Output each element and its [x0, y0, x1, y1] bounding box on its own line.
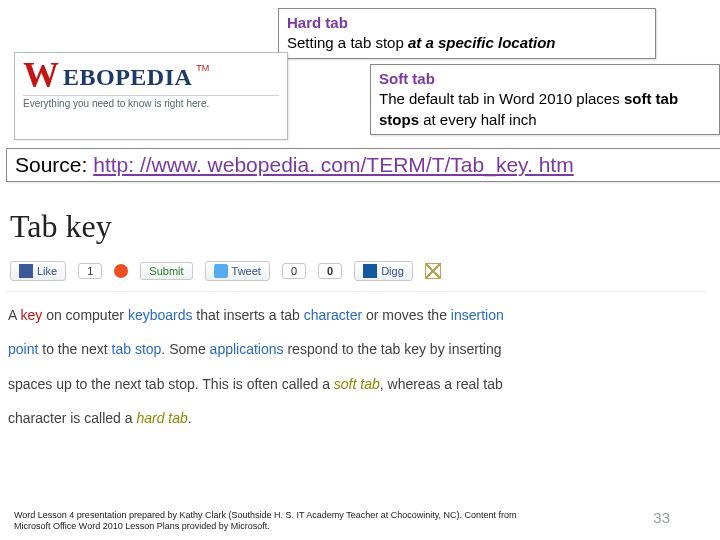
slide-number: 33 — [653, 509, 670, 526]
logo-tagline: Everything you need to know is right her… — [23, 95, 279, 109]
source-label: Source: — [15, 153, 93, 176]
digg-label: Digg — [381, 265, 404, 277]
kw-character: character — [304, 307, 362, 323]
email-icon[interactable] — [425, 263, 441, 279]
definition-text: A key on computer keyboards that inserts… — [8, 298, 704, 435]
facebook-icon — [19, 264, 33, 278]
text-emphasis: at a specific location — [408, 34, 556, 51]
t: A — [8, 307, 20, 323]
callout-hard-tab: Hard tab Setting a tab stop at a specifi… — [278, 8, 656, 59]
text: at every half inch — [419, 111, 537, 128]
t: spaces up to the next tab stop. This is … — [8, 376, 334, 392]
digg-count: 0 — [318, 263, 342, 279]
t: , whereas a real tab — [380, 376, 503, 392]
share-row: Like 1 Submit Tweet 0 0 Digg — [6, 257, 706, 292]
t: respond to the tab key by inserting — [284, 341, 502, 357]
logo-trademark: TM — [196, 63, 209, 73]
text: Setting a tab stop — [287, 34, 408, 51]
callout-hard-title: Hard tab — [287, 13, 647, 33]
t: . Some — [161, 341, 209, 357]
kw-tabstop: tab stop — [112, 341, 162, 357]
kw-hardtab: hard tab — [136, 410, 187, 426]
submit-button[interactable]: Submit — [140, 262, 192, 280]
digg-button[interactable]: Digg — [354, 261, 413, 281]
digg-icon — [363, 264, 377, 278]
tweet-label: Tweet — [232, 265, 261, 277]
t: . — [188, 410, 192, 426]
logo-text: EBOPEDIA — [63, 64, 192, 91]
logo-letter-w: W — [23, 59, 59, 91]
t: character is called a — [8, 410, 136, 426]
kw-key: key — [20, 307, 42, 323]
source-box: Source: http: //www. webopedia. com/TERM… — [6, 148, 720, 182]
t: to the next — [38, 341, 111, 357]
like-count: 1 — [78, 263, 102, 279]
footer-attribution: Word Lesson 4 presentation prepared by K… — [14, 510, 534, 533]
tweet-button[interactable]: Tweet — [205, 261, 270, 281]
article-heading: Tab key — [10, 208, 702, 245]
twitter-icon — [214, 264, 228, 278]
kw-applications: applications — [210, 341, 284, 357]
callout-hard-body: Setting a tab stop at a specific locatio… — [287, 33, 647, 53]
kw-insertion: insertion — [451, 307, 504, 323]
kw-point: point — [8, 341, 38, 357]
stumbleupon-icon[interactable] — [114, 264, 128, 278]
webopedia-logo: W EBOPEDIA TM Everything you need to kno… — [14, 52, 288, 140]
logo-row: W EBOPEDIA TM — [23, 59, 279, 91]
t: on computer — [42, 307, 128, 323]
callout-soft-title: Soft tab — [379, 69, 711, 89]
t: or moves the — [362, 307, 451, 323]
kw-softtab: soft tab — [334, 376, 380, 392]
callout-soft-body: The default tab in Word 2010 places soft… — [379, 89, 711, 130]
tabkey-article: Tab key Like 1 Submit Tweet 0 0 Digg A k… — [6, 200, 706, 435]
submit-label: Submit — [149, 265, 183, 277]
facebook-like-button[interactable]: Like — [10, 261, 66, 281]
text: The default tab in Word 2010 places — [379, 90, 624, 107]
tweet-count: 0 — [282, 263, 306, 279]
source-link[interactable]: http: //www. webopedia. com/TERM/T/Tab_k… — [93, 153, 573, 176]
callout-soft-tab: Soft tab The default tab in Word 2010 pl… — [370, 64, 720, 135]
kw-keyboards: keyboards — [128, 307, 193, 323]
like-label: Like — [37, 265, 57, 277]
t: that inserts a tab — [192, 307, 303, 323]
